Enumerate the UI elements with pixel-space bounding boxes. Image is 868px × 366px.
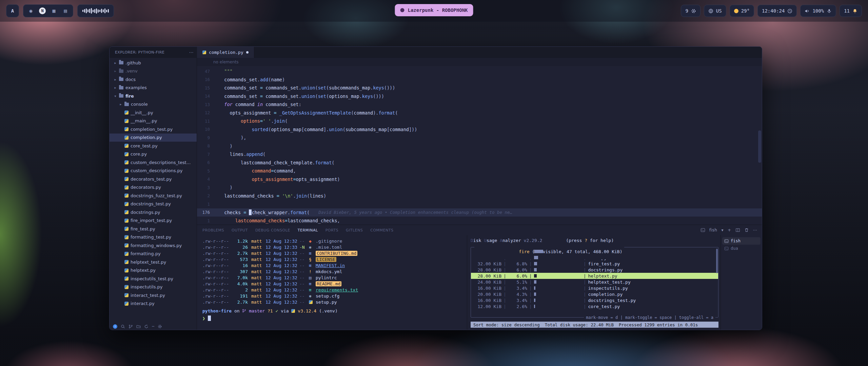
dua-entry-docstrings_test.py[interactable]: 16.00 KiB|3.4%||docstrings_test.py — [471, 297, 718, 303]
panel-tab-gitlens[interactable]: GITLENS — [346, 228, 363, 232]
tree-item-decorators.py[interactable]: decorators.py — [110, 183, 197, 192]
folder-icon[interactable] — [136, 324, 141, 329]
tree-item-.venv[interactable]: ▸.venv — [110, 67, 197, 76]
tree-item-decorators_test.py[interactable]: decorators_test.py — [110, 175, 197, 183]
file-name[interactable]: .mise.toml — [316, 245, 342, 250]
code-line[interactable]: 14 commands_set = commands_set.union(set… — [197, 92, 762, 101]
code-line[interactable]: 12 opts_assignment = _GetOptsAssignmentT… — [197, 109, 762, 117]
tree-item-formatting.py[interactable]: formatting.py — [110, 250, 197, 258]
chevron-down-icon[interactable]: ▾ — [721, 228, 724, 232]
window-app-icon[interactable]: ▦ — [51, 7, 57, 14]
panel-more-icon[interactable]: ⋯ — [753, 228, 757, 232]
sync-icon[interactable] — [144, 324, 149, 329]
circle-app-icon[interactable]: ◉ — [27, 7, 34, 14]
code-line[interactable]: 6 lastcommand_check_template.format( — [197, 159, 762, 167]
more-icon[interactable]: ⋯ — [152, 324, 154, 329]
tree-item-fire_test.py[interactable]: fire_test.py — [110, 225, 197, 233]
explorer-more-button[interactable]: ⋯ — [189, 50, 194, 55]
terminal-session-dua[interactable]: dua — [722, 245, 761, 252]
terminal-dua[interactable]: Disk Usage Analyzer v2.29.2(press ? for … — [467, 235, 721, 330]
tree-item-helptext.py[interactable]: helptext.py — [110, 266, 197, 275]
file-name[interactable]: README.md — [316, 281, 341, 286]
panel-tab-comments[interactable]: COMMENTS — [370, 228, 393, 232]
tree-item-inspectutils_test.py[interactable]: inspectutils_test.py — [110, 274, 197, 283]
tree-item-custom_descriptions_test...[interactable]: custom_descriptions_test... — [110, 158, 197, 167]
dua-entry-helptext_test.py[interactable]: 24.00 KiB|5.1%||helptext_test.py — [471, 279, 718, 285]
tree-item-custom_descriptions.py[interactable]: custom_descriptions.py — [110, 167, 197, 175]
tree-item-__init__.py[interactable]: __init__.py — [110, 108, 197, 117]
tree-item-interact.py[interactable]: interact.py — [110, 300, 197, 308]
code-line[interactable]: 15 commands_set = commands_set.union(set… — [197, 84, 762, 92]
tree-item-formatting_test.py[interactable]: formatting_test.py — [110, 233, 197, 242]
panel-tab-debug-console[interactable]: DEBUG CONSOLE — [255, 228, 290, 232]
tree-item-helptext_test.py[interactable]: helptext_test.py — [110, 258, 197, 266]
notifications-pill[interactable]: 11 — [840, 5, 862, 17]
launcher-button[interactable]: A — [6, 4, 19, 17]
tree-item-docstrings.py[interactable]: docstrings.py — [110, 208, 197, 217]
file-name[interactable]: .gitignore — [316, 239, 342, 244]
trash-icon[interactable] — [744, 228, 749, 232]
dua-entry-helptext.py[interactable]: 28.00 KiB|6.0%||helptext.py — [471, 273, 718, 279]
tree-item-examples[interactable]: ▸examples — [110, 84, 197, 92]
code-line[interactable]: 47 """ — [197, 67, 762, 76]
dua-entry-fire_test.py[interactable]: 32.00 KiB|6.8%||fire_test.py — [471, 261, 718, 267]
panel-tab-terminal[interactable]: TERMINAL — [298, 228, 318, 232]
editor-scrollbar[interactable] — [758, 130, 761, 163]
dua-entry-docstrings.py[interactable]: 28.00 KiB|6.0%||docstrings.py — [471, 267, 718, 273]
file-name[interactable]: mkdocs.yml — [316, 269, 342, 274]
clock-pill[interactable]: 12:40:24 — [757, 5, 797, 17]
split-terminal-icon[interactable] — [735, 228, 740, 232]
code-line[interactable]: 2 lastcommand_checks = '\n'.join(lines) — [197, 192, 762, 200]
tree-item-console[interactable]: ▸console — [110, 100, 197, 109]
dua-entry-core_test.py[interactable]: 12.00 KiB|2.6%||core_test.py — [471, 303, 718, 309]
code-line[interactable]: 11 options=' '.join( — [197, 117, 762, 125]
tree-item-__main__.py[interactable]: __main__.py — [110, 117, 197, 125]
terminal-cursor[interactable] — [208, 316, 211, 321]
file-name[interactable]: LICENSE — [316, 257, 336, 262]
code-line[interactable]: 176 checks = check_wrapper.format(David … — [197, 208, 762, 217]
tree-item-.github[interactable]: ▸.github — [110, 59, 197, 67]
terminal-profile-label[interactable]: fish — [709, 228, 717, 232]
code-line[interactable]: 1 — [197, 200, 762, 208]
file-name[interactable]: setup.cfg — [316, 293, 339, 299]
code-line[interactable]: 16 commands_set.add(name) — [197, 76, 762, 84]
n-app-icon[interactable]: N — [39, 7, 46, 14]
search-icon[interactable] — [121, 324, 125, 329]
tree-item-formatting_windows.py[interactable]: formatting_windows.py — [110, 241, 197, 250]
tree-item-docs[interactable]: ▸docs — [110, 75, 197, 84]
code-line[interactable]: 10 sorted(options_map[command].union(sub… — [197, 125, 762, 134]
modified-dot-icon[interactable] — [246, 51, 249, 54]
code-line[interactable]: 8 ) — [197, 142, 762, 150]
new-terminal-button[interactable]: + — [728, 228, 731, 232]
tab-completion-py[interactable]: completion.py — [197, 47, 254, 58]
code-line[interactable]: 1 lastcommand_checks=lastcommand_checks, — [197, 217, 762, 225]
volume-pill[interactable]: 100% — [800, 5, 836, 17]
tree-item-interact_test.py[interactable]: interact_test.py — [110, 291, 197, 300]
breadcrumb[interactable]: no elements — [197, 58, 762, 66]
tree-item-inspectutils.py[interactable]: inspectutils.py — [110, 283, 197, 291]
gear-icon[interactable] — [158, 324, 162, 329]
code-line[interactable]: 3 ) — [197, 183, 762, 192]
remote-indicator[interactable]: i — [113, 324, 117, 329]
tree-item-core.py[interactable]: core.py — [110, 150, 197, 159]
tree-item-fire[interactable]: ▾fire — [110, 92, 197, 100]
code-editor[interactable]: 47 """16 commands_set.add(name)15 comman… — [197, 66, 762, 225]
tree-item-fire_import_test.py[interactable]: fire_import_test.py — [110, 217, 197, 225]
tree-item-completion_test.py[interactable]: completion_test.py — [110, 125, 197, 134]
dua-entry-completion.py[interactable]: 20.00 KiB|4.3%||completion.py — [471, 291, 718, 297]
code-line[interactable]: 5 command=command, — [197, 167, 762, 175]
file-name[interactable]: MANIFEST.in — [316, 263, 345, 268]
tree-item-docstrings_fuzz_test.py[interactable]: docstrings_fuzz_test.py — [110, 191, 197, 200]
tree-item-core_test.py[interactable]: core_test.py — [110, 142, 197, 150]
audio-visualizer[interactable] — [77, 4, 114, 17]
dua-scrollbar[interactable] — [716, 249, 718, 273]
file-name[interactable]: pylintrc — [316, 275, 337, 280]
weather-pill[interactable]: 29° — [730, 5, 754, 17]
file-name[interactable]: setup.py — [316, 300, 337, 305]
dua-entry-inspectutils.py[interactable]: 16.00 KiB|3.4%||inspectutils.py — [471, 285, 718, 291]
updates-pill[interactable]: 9 — [681, 5, 700, 17]
panel-tab-ports[interactable]: PORTS — [326, 228, 338, 232]
panel-tab-problems[interactable]: PROBLEMS — [202, 228, 224, 232]
code-line[interactable]: 7 lines.append( — [197, 150, 762, 159]
terminal-session-fish[interactable]: fish — [722, 237, 761, 245]
